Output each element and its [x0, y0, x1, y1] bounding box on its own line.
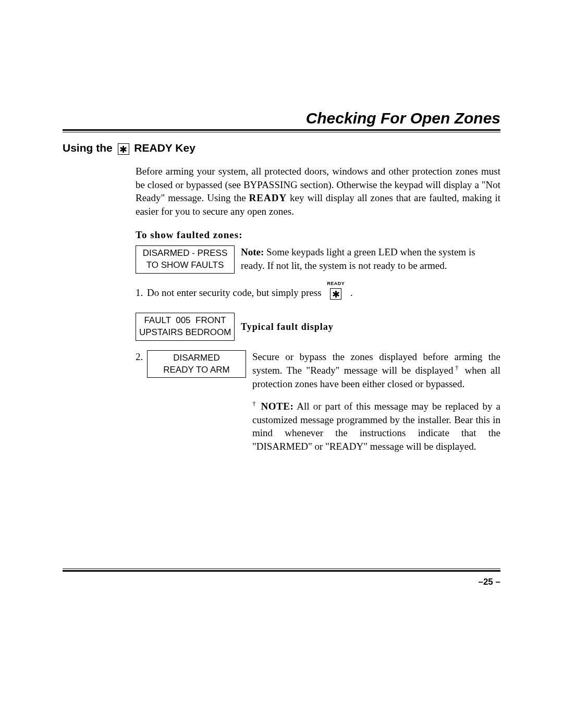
lcd-line: UPSTAIRS BEDROOM: [139, 327, 231, 339]
lcd-display-fault: FAULT 005 FRONT UPSTAIRS BEDROOM: [136, 313, 235, 341]
lcd-display-ready: DISARMED READY TO ARM: [147, 350, 246, 378]
page: Checking For Open Zones Using the ✱ READ…: [0, 0, 563, 728]
lcd-note-row: DISARMED - PRESS TO SHOW FAULTS Note: So…: [136, 245, 500, 274]
step-number: 2.: [136, 350, 147, 364]
step-2: 2. DISARMED READY TO ARM Secure or bypas…: [136, 350, 500, 453]
footer-rules: [63, 567, 500, 572]
title-rule-thick: [63, 129, 500, 131]
lcd-line: DISARMED: [151, 352, 242, 364]
step-1-after: .: [350, 287, 353, 298]
subhead-pre: Using the: [63, 142, 116, 154]
asterisk-key-icon: ✱: [330, 288, 341, 300]
subhead-post: READY Key: [131, 142, 195, 154]
page-number: –25 –: [478, 577, 500, 587]
lcd-line: FAULT 005 FRONT: [139, 315, 231, 327]
asterisk-key-icon: ✱: [118, 143, 129, 155]
typical-fault-label: Typical fault display: [241, 320, 334, 333]
led-note: Note: Some keypads light a green LED whe…: [241, 245, 500, 272]
faulted-zones-heading: To show faulted zones:: [136, 228, 500, 242]
step-1: 1. Do not enter security code, but simpl…: [136, 286, 500, 301]
ready-key-with-label: READY ✱: [330, 288, 341, 301]
footer-rule-thick: [63, 570, 500, 572]
lcd-line: DISARMED - PRESS: [139, 248, 231, 260]
footnote-label: NOTE:: [257, 401, 293, 412]
step-body: Do not enter security code, but simply p…: [147, 286, 500, 301]
lcd-line: READY TO ARM: [151, 364, 242, 376]
step-number: 1.: [136, 286, 147, 300]
note-text: Some keypads light a green LED when the …: [241, 246, 475, 271]
ready-key-caption: READY: [327, 280, 345, 287]
footnote: † NOTE: All or part of this message may …: [252, 399, 500, 453]
step-2-text: Secure or bypass the zones displayed bef…: [252, 350, 500, 453]
dagger-mark: †: [252, 400, 257, 408]
content-area: Before arming your system, all protected…: [136, 165, 500, 453]
fault-display-row: FAULT 005 FRONT UPSTAIRS BEDROOM Typical…: [136, 313, 500, 341]
title-rule-thin: [63, 132, 500, 132]
intro-paragraph: Before arming your system, all protected…: [136, 165, 500, 218]
ready-key-label: READY: [249, 192, 287, 203]
dagger-ref: †: [453, 364, 460, 372]
lcd-display-disarmed-press: DISARMED - PRESS TO SHOW FAULTS: [136, 245, 235, 274]
page-title: Checking For Open Zones: [63, 109, 500, 127]
section-heading: Using the ✱ READY Key: [63, 142, 500, 155]
footer-rule-thin: [63, 569, 500, 569]
note-label: Note:: [241, 246, 264, 257]
step-1-text: Do not enter security code, but simply p…: [147, 287, 322, 298]
lcd-line: TO SHOW FAULTS: [139, 260, 231, 272]
